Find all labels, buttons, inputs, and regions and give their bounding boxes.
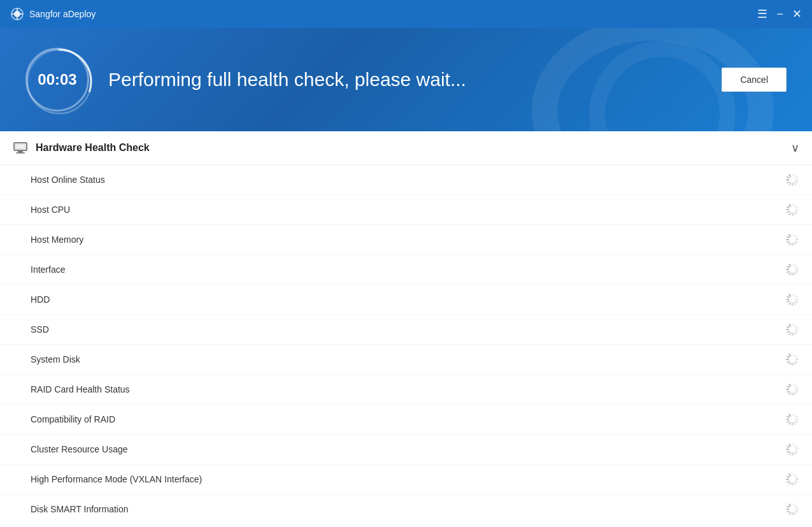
svg-line-143	[790, 474, 791, 476]
check-item-hardware-3: Interface	[0, 255, 812, 285]
check-item-hardware-6: System Disk	[0, 345, 812, 375]
check-item-label: Disk SMART Information	[31, 504, 129, 514]
svg-line-148	[795, 511, 797, 512]
menu-icon[interactable]: ☰	[757, 7, 767, 21]
svg-rect-9	[15, 144, 25, 149]
svg-line-59	[790, 264, 791, 266]
svg-line-86	[795, 357, 797, 358]
check-item-hardware-7: RAID Card Health Status	[0, 375, 812, 405]
svg-line-118	[787, 417, 789, 418]
svg-line-149	[794, 512, 795, 514]
svg-line-104	[787, 391, 789, 393]
check-item-label: Compatibility of RAID	[31, 414, 115, 424]
check-item-hardware-11: Disk SMART Information	[0, 495, 812, 524]
svg-line-67	[790, 303, 791, 305]
timer-circle: 00:03	[25, 48, 89, 112]
check-item-label: High Performance Mode (VXLAN Interface)	[31, 474, 202, 484]
svg-line-43	[790, 243, 791, 245]
svg-line-53	[794, 273, 795, 275]
minimize-icon[interactable]: −	[776, 8, 783, 21]
svg-line-56	[787, 271, 789, 273]
cancel-button[interactable]: Cancel	[722, 68, 787, 92]
svg-line-37	[794, 235, 795, 236]
svg-line-131	[790, 444, 791, 446]
check-item-label: HDD	[31, 294, 50, 305]
check-item-hardware-2: Host Memory	[0, 225, 812, 255]
svg-line-17	[794, 183, 795, 185]
main-content[interactable]: Hardware Health Check ∨ Host Online Stat…	[0, 131, 812, 527]
section-header-hardware[interactable]: Hardware Health Check ∨	[0, 131, 812, 165]
svg-line-31	[790, 213, 791, 215]
check-item-label: Interface	[31, 264, 65, 275]
loading-spinner	[785, 352, 799, 366]
svg-line-146	[795, 507, 797, 508]
check-item-hardware-8: Compatibility of RAID	[0, 405, 812, 435]
loading-spinner	[785, 442, 799, 456]
svg-line-145	[794, 504, 795, 506]
loading-spinner	[785, 263, 799, 277]
check-item-hardware-1: Host CPU	[0, 195, 812, 225]
loading-spinner	[785, 412, 799, 426]
svg-line-62	[795, 297, 797, 298]
svg-line-68	[787, 301, 789, 303]
svg-line-83	[790, 324, 791, 326]
svg-line-25	[794, 205, 795, 206]
check-item-label: SSD	[31, 324, 49, 335]
svg-line-76	[795, 331, 797, 333]
svg-line-110	[795, 417, 797, 418]
check-item-hardware-0: Host Online Status	[0, 165, 812, 195]
svg-line-64	[795, 301, 797, 303]
svg-line-125	[794, 452, 795, 454]
header-area: 00:03 Performing full health check, plea…	[0, 28, 812, 131]
title-bar-left: Sangfor aDeploy	[10, 7, 96, 21]
svg-line-47	[790, 235, 791, 236]
svg-line-128	[787, 451, 789, 452]
svg-line-40	[795, 242, 797, 243]
svg-line-70	[787, 297, 789, 298]
svg-line-92	[787, 361, 789, 363]
svg-line-65	[794, 303, 795, 305]
svg-line-91	[790, 363, 791, 365]
svg-line-136	[795, 481, 797, 482]
svg-line-122	[795, 447, 797, 448]
check-item-hardware-12: Platform IPMI	[0, 524, 812, 527]
loading-spinner	[785, 322, 799, 336]
svg-line-94	[787, 357, 789, 358]
svg-line-28	[795, 212, 797, 213]
check-item-label: RAID Card Health Status	[31, 384, 130, 394]
svg-line-49	[794, 264, 795, 266]
svg-line-26	[795, 207, 797, 208]
svg-line-44	[787, 242, 789, 243]
svg-line-140	[787, 481, 789, 482]
svg-line-85	[794, 354, 795, 356]
check-item-label: Host Online Status	[31, 175, 105, 185]
svg-line-74	[795, 327, 797, 328]
app-title: Sangfor aDeploy	[29, 9, 96, 19]
loading-spinner	[785, 233, 799, 247]
svg-line-133	[794, 474, 795, 476]
svg-line-29	[794, 213, 795, 215]
svg-line-80	[787, 331, 789, 333]
svg-line-82	[787, 327, 789, 328]
check-item-hardware-10: High Performance Mode (VXLAN Interface)	[0, 465, 812, 495]
check-item-label: System Disk	[31, 354, 80, 365]
svg-line-100	[795, 391, 797, 393]
loading-spinner	[785, 292, 799, 307]
section-icon-hardware	[13, 140, 28, 155]
svg-line-13	[794, 175, 795, 177]
check-item-label: Host Memory	[31, 235, 83, 245]
svg-line-79	[790, 333, 791, 335]
svg-line-14	[795, 177, 797, 178]
loading-spinner	[785, 472, 799, 486]
close-icon[interactable]: ✕	[792, 7, 802, 21]
section-title-hardware: Hardware Health Check	[36, 142, 150, 154]
svg-line-154	[787, 507, 789, 508]
loading-spinner	[785, 382, 799, 396]
svg-line-71	[790, 294, 791, 296]
svg-line-116	[787, 421, 789, 422]
svg-line-139	[790, 482, 791, 484]
svg-line-95	[790, 354, 791, 356]
svg-line-109	[794, 414, 795, 416]
svg-line-22	[787, 177, 789, 178]
chevron-icon-hardware[interactable]: ∨	[791, 141, 799, 155]
